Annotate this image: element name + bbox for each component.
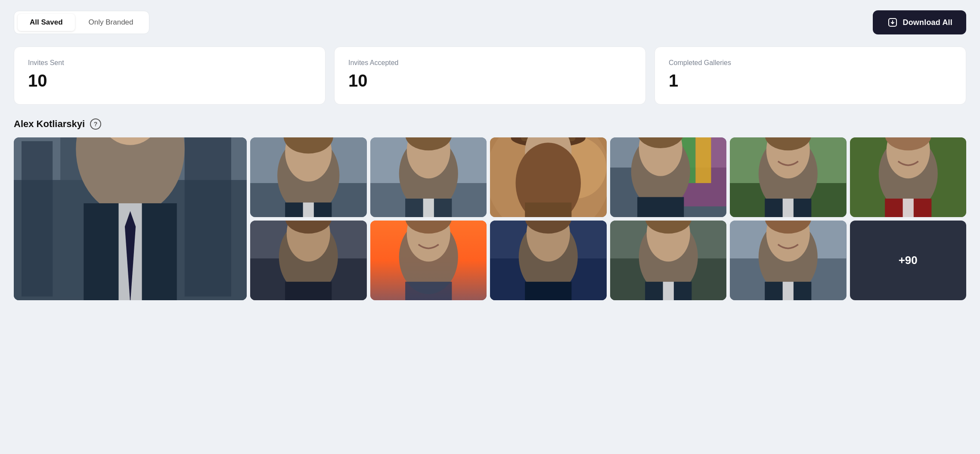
gallery-more-overlay[interactable]: +90 bbox=[850, 221, 967, 300]
gallery-item-12[interactable] bbox=[730, 221, 847, 300]
gallery-section: Alex Kotliarskyi ? bbox=[14, 118, 966, 300]
svg-rect-84 bbox=[525, 282, 571, 300]
svg-rect-54 bbox=[783, 199, 794, 217]
svg-rect-3 bbox=[22, 141, 53, 297]
filter-tabs: All Saved Only Branded bbox=[14, 11, 149, 34]
gallery-item-9[interactable] bbox=[370, 221, 487, 300]
svg-rect-91 bbox=[663, 282, 673, 300]
gallery-item-7[interactable] bbox=[850, 137, 967, 217]
more-count-label: +90 bbox=[899, 254, 918, 267]
stat-invites-accepted-label: Invites Accepted bbox=[348, 59, 632, 67]
gallery-grid: +90 bbox=[14, 137, 966, 300]
gallery-item-2[interactable] bbox=[250, 137, 367, 217]
page-header: All Saved Only Branded Download All bbox=[14, 10, 966, 34]
stats-row: Invites Sent 10 Invites Accepted 10 Comp… bbox=[14, 47, 966, 105]
gallery-item-6[interactable] bbox=[730, 137, 847, 217]
svg-rect-21 bbox=[303, 202, 314, 217]
svg-rect-5 bbox=[185, 137, 231, 296]
gallery-item-3[interactable] bbox=[370, 137, 487, 217]
gallery-item-10[interactable] bbox=[490, 221, 607, 300]
svg-rect-67 bbox=[902, 199, 913, 217]
download-all-button[interactable]: Download All bbox=[873, 10, 967, 34]
stat-completed-galleries: Completed Galleries 1 bbox=[654, 47, 966, 105]
svg-rect-43 bbox=[695, 137, 711, 183]
stat-completed-galleries-value: 1 bbox=[669, 71, 952, 90]
gallery-item-11[interactable] bbox=[610, 221, 727, 300]
gallery-item-large[interactable] bbox=[14, 137, 247, 300]
gallery-item-5[interactable] bbox=[610, 137, 727, 217]
stat-invites-accepted: Invites Accepted 10 bbox=[334, 47, 646, 105]
svg-rect-78 bbox=[405, 282, 452, 300]
stat-invites-accepted-value: 10 bbox=[348, 71, 632, 90]
section-title: Alex Kotliarskyi ? bbox=[14, 118, 966, 130]
help-icon[interactable]: ? bbox=[90, 118, 101, 130]
svg-rect-38 bbox=[525, 202, 571, 217]
svg-rect-73 bbox=[285, 282, 332, 300]
stat-invites-sent: Invites Sent 10 bbox=[14, 47, 326, 105]
stat-completed-galleries-label: Completed Galleries bbox=[669, 59, 952, 67]
tab-all-saved[interactable]: All Saved bbox=[18, 14, 75, 31]
svg-rect-47 bbox=[637, 197, 684, 217]
tab-only-branded[interactable]: Only Branded bbox=[77, 14, 146, 31]
download-icon bbox=[887, 16, 899, 28]
stat-invites-sent-label: Invites Sent bbox=[28, 59, 311, 67]
person-name: Alex Kotliarskyi bbox=[14, 118, 85, 130]
gallery-item-4[interactable] bbox=[490, 137, 607, 217]
gallery-item-8[interactable] bbox=[250, 221, 367, 300]
svg-rect-98 bbox=[783, 282, 794, 300]
svg-rect-28 bbox=[423, 199, 434, 217]
stat-invites-sent-value: 10 bbox=[28, 71, 311, 90]
